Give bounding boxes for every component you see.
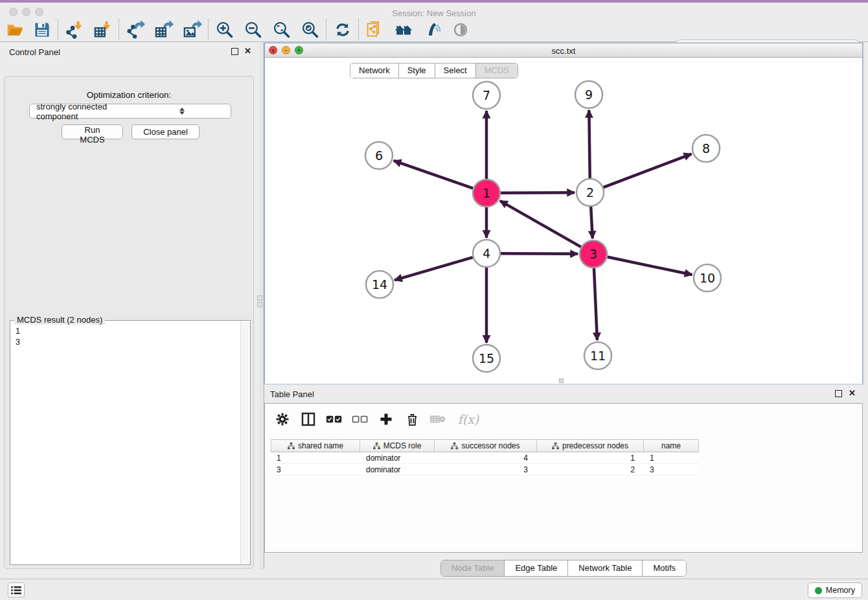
tab-mcds[interactable]: MCDS bbox=[476, 63, 518, 78]
toolbar-separator bbox=[58, 19, 59, 40]
task-history-button[interactable] bbox=[8, 583, 25, 597]
mcds-result-box: MCDS result (2 nodes) 1 3 bbox=[10, 320, 251, 565]
column-header-successor-nodes[interactable]: successor nodes bbox=[435, 440, 537, 452]
trash-icon bbox=[406, 413, 418, 426]
tab-network[interactable]: Network bbox=[350, 63, 399, 78]
save-session-button[interactable] bbox=[32, 19, 52, 40]
float-table-panel-icon[interactable] bbox=[835, 390, 842, 397]
list-icon bbox=[11, 586, 21, 595]
edge-4-3[interactable] bbox=[501, 253, 578, 254]
edge-2-8[interactable] bbox=[604, 154, 692, 188]
attribute-type-icon bbox=[451, 443, 458, 450]
panel-splitter[interactable] bbox=[259, 43, 264, 569]
mcds-result-title: MCDS result (2 nodes) bbox=[14, 315, 105, 325]
network-window-titlebar[interactable]: x − + scc.txt bbox=[265, 43, 862, 58]
export-table-icon bbox=[154, 20, 174, 40]
node-table: shared nameMCDS rolesuccessor nodesprede… bbox=[271, 439, 699, 476]
tab-select[interactable]: Select bbox=[435, 63, 476, 78]
status-bar: Memory bbox=[0, 579, 868, 600]
cell-name[interactable]: 1 bbox=[644, 452, 699, 463]
mcds-result-text[interactable]: 1 3 bbox=[16, 326, 20, 348]
window-resize-handle[interactable] bbox=[559, 378, 564, 383]
cell-successor-nodes[interactable]: 3 bbox=[435, 464, 537, 475]
delete-column-button bbox=[429, 411, 446, 428]
clone-network-button[interactable] bbox=[365, 19, 385, 40]
deselect-all-button[interactable] bbox=[352, 411, 369, 428]
show-columns-button[interactable] bbox=[300, 411, 317, 428]
select-all-button[interactable] bbox=[326, 411, 343, 428]
cell-MCDS-role[interactable]: dominator bbox=[360, 464, 435, 475]
edge-1-2[interactable] bbox=[501, 192, 575, 193]
edge-4-14[interactable] bbox=[394, 257, 473, 280]
node-label-2: 2 bbox=[586, 185, 594, 200]
float-panel-icon[interactable] bbox=[231, 48, 238, 55]
edge-2-9[interactable] bbox=[589, 110, 589, 178]
table-toolbar: f(x) bbox=[265, 404, 862, 435]
zoom-selected-button[interactable] bbox=[301, 19, 320, 40]
zoom-out-button[interactable] bbox=[244, 19, 263, 40]
open-session-button[interactable] bbox=[5, 19, 25, 40]
refresh-icon bbox=[334, 21, 351, 38]
tab-network-table[interactable]: Network Table bbox=[568, 560, 643, 576]
node-label-15: 15 bbox=[479, 351, 494, 365]
node-label-14: 14 bbox=[372, 277, 387, 292]
tab-motifs[interactable]: Motifs bbox=[643, 560, 686, 576]
network-graph-canvas[interactable]: 1234678910111415 bbox=[265, 58, 862, 384]
table-settings-button[interactable] bbox=[274, 411, 291, 428]
close-panel-button[interactable]: Close panel bbox=[131, 124, 200, 139]
splitter-grip[interactable] bbox=[257, 302, 262, 307]
show-view-button[interactable] bbox=[451, 19, 470, 40]
delete-row-button[interactable] bbox=[404, 411, 420, 428]
add-row-button[interactable] bbox=[378, 411, 394, 428]
tab-edge-table[interactable]: Edge Table bbox=[505, 560, 568, 576]
column-header-MCDS-role[interactable]: MCDS role bbox=[360, 440, 435, 452]
export-image-button[interactable] bbox=[183, 19, 202, 40]
edge-3-11[interactable] bbox=[594, 268, 597, 340]
refresh-view-button[interactable] bbox=[333, 19, 352, 40]
splitter-grip[interactable] bbox=[257, 295, 262, 301]
memory-button[interactable]: Memory bbox=[808, 583, 862, 598]
node-label-3: 3 bbox=[589, 247, 597, 261]
clone-network-icon bbox=[366, 21, 384, 39]
cell-shared-name[interactable]: 1 bbox=[271, 452, 360, 463]
mcds-panel: Optimization criterion: strongly connect… bbox=[4, 76, 254, 569]
table-row[interactable]: 3dominator323 bbox=[271, 464, 699, 476]
column-header-shared-name[interactable]: shared name bbox=[271, 440, 360, 452]
home-layout-button[interactable] bbox=[394, 19, 413, 40]
edge-3-1[interactable] bbox=[500, 201, 581, 247]
table-row[interactable]: 1dominator411 bbox=[271, 452, 699, 464]
cell-successor-nodes[interactable]: 4 bbox=[435, 452, 537, 463]
column-header-predecessor-nodes[interactable]: predecessor nodes bbox=[537, 440, 644, 452]
cell-name[interactable]: 3 bbox=[644, 464, 699, 475]
edge-1-6[interactable] bbox=[394, 161, 474, 189]
close-table-panel-icon[interactable]: ✕ bbox=[849, 389, 856, 397]
edge-2-3[interactable] bbox=[591, 207, 593, 238]
zoom-fit-icon bbox=[273, 21, 291, 39]
run-mcds-button[interactable]: Run MCDS bbox=[62, 124, 123, 139]
export-network-button[interactable] bbox=[126, 19, 145, 40]
tab-style[interactable]: Style bbox=[399, 63, 435, 78]
column-header-name[interactable]: name bbox=[644, 440, 699, 452]
tab-node-table[interactable]: Node Table bbox=[441, 560, 505, 576]
cell-predecessor-nodes[interactable]: 2 bbox=[537, 464, 644, 475]
result-scrollbar[interactable] bbox=[240, 321, 249, 564]
edge-3-10[interactable] bbox=[608, 257, 692, 275]
zoom-in-button[interactable] bbox=[215, 19, 234, 40]
home-icon bbox=[394, 21, 413, 39]
export-network-icon bbox=[126, 20, 145, 40]
export-table-button[interactable] bbox=[154, 19, 174, 40]
cell-shared-name[interactable]: 3 bbox=[271, 464, 360, 475]
optimization-select[interactable]: strongly connected component bbox=[29, 104, 231, 119]
memory-label: Memory bbox=[826, 586, 855, 595]
cell-MCDS-role[interactable]: dominator bbox=[360, 452, 435, 463]
table-tabs-bar: Node TableEdge TableNetwork TableMotifs bbox=[264, 560, 863, 577]
table-tabs: Node TableEdge TableNetwork TableMotifs bbox=[440, 560, 687, 577]
close-panel-icon[interactable]: ✕ bbox=[244, 47, 251, 54]
hide-eye-icon bbox=[423, 21, 441, 39]
import-table-button[interactable] bbox=[93, 19, 113, 40]
attribute-type-icon bbox=[288, 443, 295, 450]
zoom-fit-button[interactable] bbox=[272, 19, 291, 40]
hide-view-button[interactable] bbox=[422, 19, 442, 40]
import-network-button[interactable] bbox=[65, 19, 84, 40]
cell-predecessor-nodes[interactable]: 1 bbox=[537, 452, 644, 463]
